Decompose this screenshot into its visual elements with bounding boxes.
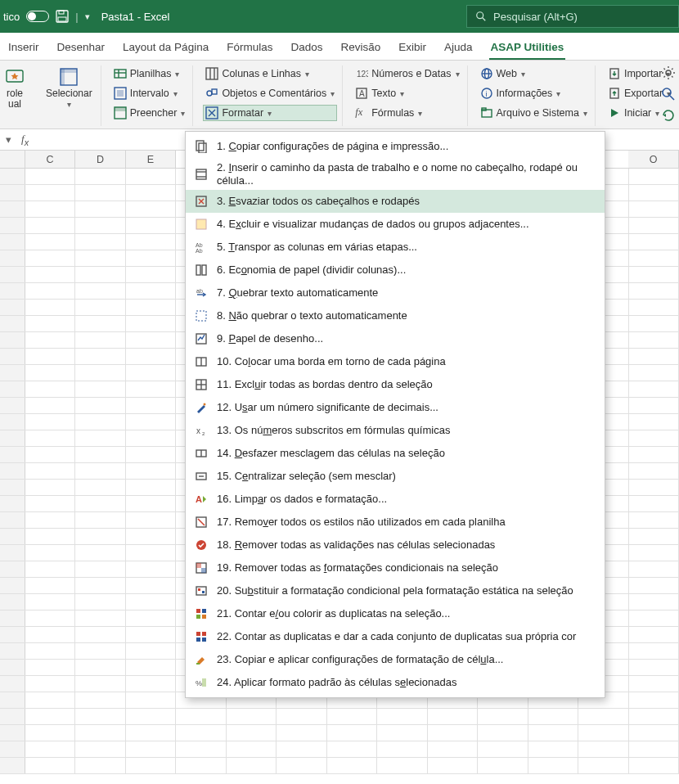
col-header[interactable]: [0, 151, 25, 168]
svg-rect-70: [201, 568, 206, 573]
ribbon-label: Formatar: [222, 107, 263, 119]
ribbon-label: Preencher: [130, 107, 178, 119]
tab-revisao[interactable]: Revisão: [339, 36, 382, 60]
menu-item-label: 11. Excluir todas as bordas dentro da se…: [217, 378, 433, 391]
qa-divider: |: [75, 11, 78, 23]
svg-rect-69: [196, 563, 201, 568]
menu-item-1[interactable]: 1. Copiar configurações de página e impr…: [186, 135, 605, 158]
ribbon: roleual Selecionar▾ Planilhas▾ Intervalo…: [0, 61, 679, 129]
menu-item-3[interactable]: 3. Esvaziar todos os cabeçalhos e rodapé…: [186, 190, 605, 213]
menu-item-label: 19. Remover todas as formatações condici…: [217, 561, 498, 574]
menu-item-2[interactable]: 2. Inserir o caminho da pasta de trabalh…: [186, 158, 605, 190]
tab-exibir[interactable]: Exibir: [397, 36, 428, 60]
chevron-down-icon: ▾: [305, 70, 309, 79]
refresh-icon[interactable]: [661, 108, 676, 123]
tab-desenhar[interactable]: Desenhar: [56, 36, 107, 60]
svg-text:%: %: [196, 679, 202, 687]
menu-item-icon: [194, 167, 209, 182]
menu-item-8[interactable]: 8. Não quebrar o texto automaticamente: [186, 304, 605, 327]
search-icon[interactable]: [661, 87, 676, 101]
svg-rect-40: [199, 143, 206, 153]
tab-ajuda[interactable]: Ajuda: [443, 36, 474, 60]
tab-inserir[interactable]: Inserir: [7, 36, 41, 60]
menu-item-16[interactable]: A16. Limpar os dados e formatação...: [186, 488, 605, 511]
menu-item-19[interactable]: 19. Remover todas as formatações condici…: [186, 556, 605, 579]
fx-icon[interactable]: fx: [16, 133, 34, 147]
col-header[interactable]: O: [628, 151, 679, 168]
menu-item-label: 2. Inserir o caminho da pasta de trabalh…: [217, 161, 595, 187]
menu-item-5[interactable]: AbAb5. Transpor as colunas em várias eta…: [186, 236, 605, 259]
objetos-comentarios-button[interactable]: Objetos e Comentários▾: [203, 85, 337, 101]
informacoes-button[interactable]: iInformações▾: [478, 85, 590, 101]
menu-item-15[interactable]: 15. Centralizar seleção (sem mesclar): [186, 465, 605, 488]
svg-rect-79: [202, 632, 206, 636]
autosave-toggle[interactable]: [26, 11, 49, 22]
menu-item-4[interactable]: 4. Excluir e visualizar mudanças de dado…: [186, 213, 605, 236]
menu-item-13[interactable]: x213. Os números subscritos em fórmulas …: [186, 419, 605, 442]
menu-item-10[interactable]: 10. Colocar uma borda em torno de cada p…: [186, 350, 605, 373]
menu-item-21[interactable]: 21. Contar e/ou colorir as duplicatas na…: [186, 602, 605, 625]
name-box-dropdown-icon[interactable]: ▾: [0, 133, 16, 146]
search-box[interactable]: Pesquisar (Alt+G): [466, 5, 679, 28]
menu-item-6[interactable]: 6. Economia de papel (dividir colunas)..…: [186, 259, 605, 282]
col-header[interactable]: D: [75, 151, 126, 168]
tab-layout[interactable]: Layout da Página: [121, 36, 210, 60]
web-button[interactable]: Web▾: [478, 65, 590, 82]
menu-item-11[interactable]: 11. Excluir todas as bordas dentro da se…: [186, 373, 605, 396]
menu-item-20[interactable]: 20. Substituir a formatação condicional …: [186, 579, 605, 602]
menu-item-label: 23. Copiar e aplicar configurações de fo…: [217, 653, 504, 666]
texto-button[interactable]: ATexto▾: [353, 85, 461, 101]
svg-rect-45: [196, 219, 206, 229]
menu-item-18[interactable]: 18. Remover todas as validações nas célu…: [186, 534, 605, 556]
menu-item-9[interactable]: 9. Papel de desenho...: [186, 327, 605, 350]
svg-text:123: 123: [357, 70, 368, 79]
col-header[interactable]: C: [25, 151, 76, 168]
col-header[interactable]: E: [126, 151, 177, 168]
ribbon-role-button[interactable]: roleual: [2, 65, 28, 111]
menu-item-7[interactable]: ab7. Quebrar texto automaticamente: [186, 282, 605, 304]
colunas-linhas-button[interactable]: Colunas e Linhas▾: [203, 65, 337, 82]
arquivo-sistema-button[interactable]: Arquivo e Sistema▾: [478, 105, 590, 121]
planilhas-button[interactable]: Planilhas▾: [111, 65, 188, 82]
menu-item-23[interactable]: 23. Copiar e aplicar configurações de fo…: [186, 648, 605, 671]
menu-item-14[interactable]: 14. Desfazer mesclagem das células na se…: [186, 442, 605, 465]
svg-marker-34: [611, 109, 618, 117]
ribbon-label: Exportar: [624, 88, 663, 99]
menu-item-icon: ab: [194, 286, 209, 300]
menu-item-icon: [194, 629, 209, 644]
ribbon-label: Importar: [624, 68, 663, 79]
menu-item-icon: [194, 377, 209, 392]
numeros-datas-button[interactable]: 123Números e Datas▾: [353, 65, 461, 82]
tab-asap-utilities[interactable]: ASAP Utilities: [489, 36, 566, 60]
menu-item-label: 16. Limpar os dados e formatação...: [217, 493, 387, 506]
save-icon[interactable]: [56, 10, 69, 23]
menu-item-24[interactable]: %24. Aplicar formato padrão às células s…: [186, 671, 605, 694]
formatar-button[interactable]: Formatar▾: [203, 105, 337, 121]
formulas-button[interactable]: fxFórmulas▾: [353, 105, 461, 121]
svg-rect-71: [196, 587, 206, 595]
svg-rect-13: [117, 90, 124, 97]
gear-icon[interactable]: [661, 65, 676, 80]
ribbon-label: Colunas e Linhas: [222, 68, 301, 79]
import-icon: [608, 67, 621, 80]
preencher-button[interactable]: Preencher▾: [111, 105, 188, 121]
menu-item-icon: AbAb: [194, 240, 209, 255]
ribbon-label: Web: [497, 68, 517, 79]
svg-point-3: [477, 12, 483, 19]
select-icon: [59, 67, 79, 87]
menu-item-label: 1. Copiar configurações de página e impr…: [217, 140, 448, 153]
fill-icon: [114, 106, 127, 119]
menu-item-17[interactable]: 17. Remover todos os estilos não utiliza…: [186, 511, 605, 534]
quick-access-dropdown-icon[interactable]: ▾: [85, 11, 90, 22]
svg-rect-48: [196, 265, 200, 275]
tab-dados[interactable]: Dados: [289, 36, 324, 60]
menu-item-label: 4. Excluir e visualizar mudanças de dado…: [217, 218, 529, 231]
menu-item-22[interactable]: 22. Contar as duplicatas e dar a cada co…: [186, 625, 605, 648]
menu-item-icon: A: [194, 492, 209, 507]
ribbon-label: Intervalo: [130, 88, 169, 99]
selecionar-button[interactable]: Selecionar▾: [43, 65, 96, 111]
tab-formulas[interactable]: Fórmulas: [225, 36, 274, 60]
intervalo-button[interactable]: Intervalo▾: [111, 85, 188, 101]
menu-item-12[interactable]: 12. Usar um número significante de decim…: [186, 396, 605, 419]
document-title: Pasta1 - Excel: [101, 11, 170, 23]
